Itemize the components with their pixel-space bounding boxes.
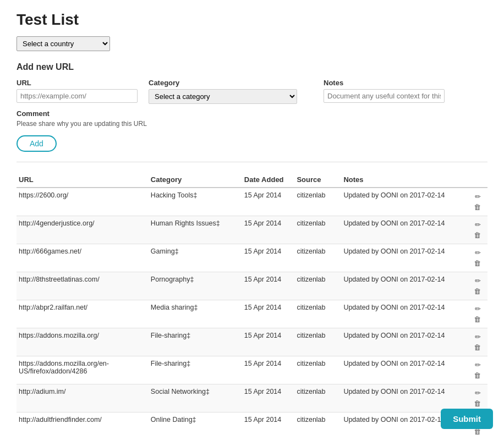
cell-notes: Updated by OONI on 2017-02-14 [341, 244, 458, 272]
cell-actions: ✏ 🗑 [458, 272, 487, 300]
cell-url: http://666games.net/ [17, 244, 149, 272]
comment-label: Comment [17, 109, 487, 118]
cell-url: http://adium.im/ [17, 384, 149, 413]
cell-actions: ✏ 🗑 [458, 328, 487, 356]
cell-actions: ✏ 🗑 [458, 356, 487, 384]
edit-button[interactable]: ✏ [473, 304, 483, 314]
cell-category: Online Dating‡ [149, 413, 242, 441]
cell-notes: Updated by OONI on 2017-02-14 [341, 188, 458, 216]
cell-category: Hacking Tools‡ [149, 188, 242, 216]
url-input[interactable] [17, 89, 138, 103]
delete-button[interactable]: 🗑 [472, 398, 483, 409]
section-divider [17, 162, 487, 162]
col-category: Category [149, 172, 242, 188]
notes-label: Notes [324, 79, 487, 87]
edit-button[interactable]: ✏ [473, 332, 483, 342]
table-row: https://addons.mozilla.org/en-US/firefox… [17, 356, 487, 384]
col-actions [458, 172, 487, 188]
page-title: Test List [17, 11, 487, 29]
cell-source: citizenlab [294, 216, 341, 244]
add-button[interactable]: Add [17, 135, 57, 152]
table-row: http://adium.im/ Social Networking‡ 15 A… [17, 384, 487, 413]
table-row: http://4genderjustice.org/ Human Rights … [17, 216, 487, 244]
cell-url: https://2600.org/ [17, 188, 149, 216]
cell-actions: ✏ 🗑 [458, 188, 487, 216]
cell-category: Gaming‡ [149, 244, 242, 272]
submit-button[interactable]: Submit [441, 409, 493, 429]
cell-source: citizenlab [294, 188, 341, 216]
edit-button[interactable]: ✏ [473, 388, 483, 398]
delete-button[interactable]: 🗑 [472, 286, 483, 296]
cell-url: https://addons.mozilla.org/ [17, 328, 149, 356]
cell-date: 15 Apr 2014 [242, 356, 295, 384]
edit-button[interactable]: ✏ [473, 276, 483, 286]
cell-category: Social Networking‡ [149, 384, 242, 413]
cell-date: 15 Apr 2014 [242, 300, 295, 328]
delete-button[interactable]: 🗑 [472, 230, 483, 240]
cell-date: 15 Apr 2014 [242, 384, 295, 413]
cell-source: citizenlab [294, 244, 341, 272]
cell-url: http://adultfriendfinder.com/ [17, 413, 149, 441]
notes-input[interactable] [324, 89, 445, 103]
col-source: Source [294, 172, 341, 188]
category-select[interactable]: Select a category [149, 89, 297, 104]
cell-notes: Updated by OONI on 2017-02-14 [341, 300, 458, 328]
delete-button[interactable]: 🗑 [472, 314, 483, 324]
delete-button[interactable]: 🗑 [472, 342, 483, 353]
edit-button[interactable]: ✏ [473, 191, 483, 202]
comment-hint: Please share why you are updating this U… [17, 120, 487, 128]
country-select[interactable]: Select a country [17, 36, 110, 51]
table-row: http://adultfriendfinder.com/ Online Dat… [17, 413, 487, 441]
edit-button[interactable]: ✏ [473, 219, 483, 230]
edit-button[interactable]: ✏ [473, 360, 483, 370]
cell-url: http://abpr2.railfan.net/ [17, 300, 149, 328]
add-section-title: Add new URL [17, 62, 487, 72]
cell-date: 15 Apr 2014 [242, 328, 295, 356]
table-row: https://2600.org/ Hacking Tools‡ 15 Apr … [17, 188, 487, 216]
cell-source: citizenlab [294, 384, 341, 413]
cell-notes: Updated by OONI on 2017-02-14 [341, 216, 458, 244]
col-date: Date Added [242, 172, 295, 188]
table-row: http://8thstreetlatinas.com/ Pornography… [17, 272, 487, 300]
urls-table: URL Category Date Added Source Notes htt… [17, 172, 487, 440]
cell-category: Media sharing‡ [149, 300, 242, 328]
cell-category: File-sharing‡ [149, 356, 242, 384]
cell-notes: Updated by OONI on 2017-02-14 [341, 328, 458, 356]
cell-actions: ✏ 🗑 [458, 216, 487, 244]
cell-date: 15 Apr 2014 [242, 188, 295, 216]
cell-source: citizenlab [294, 272, 341, 300]
col-url: URL [17, 172, 149, 188]
col-notes: Notes [341, 172, 458, 188]
cell-actions: ✏ 🗑 [458, 244, 487, 272]
cell-category: Human Rights Issues‡ [149, 216, 242, 244]
cell-date: 15 Apr 2014 [242, 244, 295, 272]
cell-notes: Updated by OONI on 2017-02-14 [341, 384, 458, 413]
delete-button[interactable]: 🗑 [472, 370, 483, 381]
cell-date: 15 Apr 2014 [242, 216, 295, 244]
cell-actions: ✏ 🗑 [458, 300, 487, 328]
cell-category: Pornography‡ [149, 272, 242, 300]
url-label: URL [17, 79, 138, 87]
cell-notes: Updated by OONI on 2017-02-14 [341, 356, 458, 384]
cell-category: File-sharing‡ [149, 328, 242, 356]
cell-url: https://addons.mozilla.org/en-US/firefox… [17, 356, 149, 384]
delete-button[interactable]: 🗑 [472, 202, 483, 212]
table-row: http://666games.net/ Gaming‡ 15 Apr 2014… [17, 244, 487, 272]
table-row: http://abpr2.railfan.net/ Media sharing‡… [17, 300, 487, 328]
cell-notes: Updated by OONI on 2017-02-14 [341, 272, 458, 300]
cell-source: citizenlab [294, 356, 341, 384]
cell-date: 15 Apr 2014 [242, 272, 295, 300]
cell-date: 15 Apr 2014 [242, 413, 295, 441]
edit-button[interactable]: ✏ [473, 248, 483, 258]
category-label: Category [149, 79, 313, 87]
cell-source: citizenlab [294, 300, 341, 328]
table-row: https://addons.mozilla.org/ File-sharing… [17, 328, 487, 356]
cell-source: citizenlab [294, 413, 341, 441]
cell-actions: ✏ 🗑 [458, 384, 487, 413]
delete-button[interactable]: 🗑 [472, 258, 483, 268]
cell-url: http://8thstreetlatinas.com/ [17, 272, 149, 300]
cell-url: http://4genderjustice.org/ [17, 216, 149, 244]
cell-source: citizenlab [294, 328, 341, 356]
